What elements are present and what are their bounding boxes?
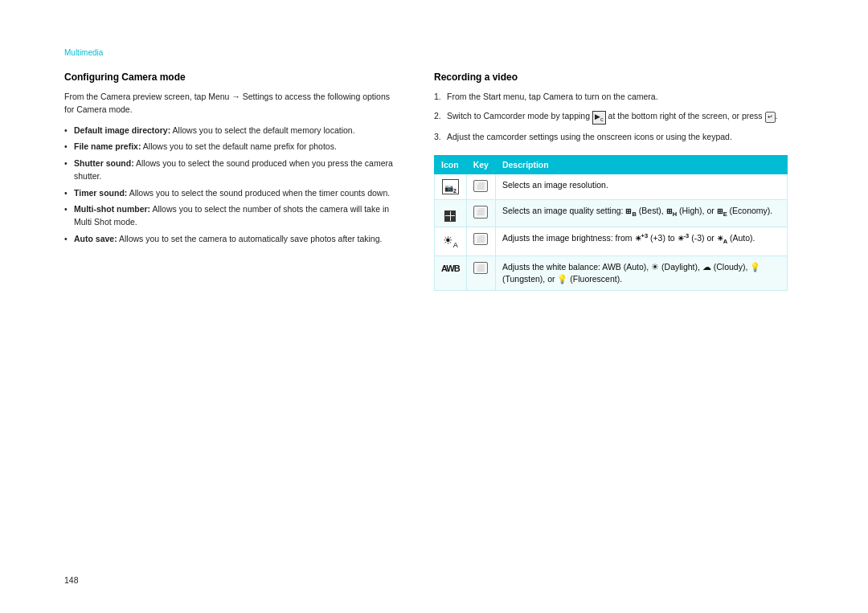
table-cell-key: ⬜	[466, 227, 495, 255]
list-item: Shutter sound: Allows you to select the …	[64, 157, 402, 183]
content-area: Configuring Camera mode From the Camera …	[64, 72, 804, 581]
list-item: Multi-shot number: Allows you to select …	[64, 203, 402, 229]
table-cell-key: ⬜	[466, 255, 495, 290]
table-row: AWB ⬜ Adjusts the white balance: AWB (Au…	[435, 255, 788, 290]
table-cell-desc: Selects an image resolution.	[495, 174, 787, 200]
left-column: Configuring Camera mode From the Camera …	[64, 72, 402, 581]
table-cell-desc: Adjusts the white balance: AWB (Auto), ☀…	[495, 255, 787, 290]
table-row: ⬜ Selects an image quality setting: ⊞B (…	[435, 200, 788, 227]
page-container: Multimedia Configuring Camera mode From …	[0, 0, 868, 613]
breadcrumb: Multimedia	[64, 48, 804, 57]
list-item: 3. Adjust the camcorder settings using t…	[434, 131, 788, 144]
list-item: Default image directory: Allows you to s…	[64, 125, 402, 137]
col-description: Description	[495, 155, 787, 174]
left-intro: From the Camera preview screen, tap Menu…	[64, 91, 402, 116]
list-item: File name prefix: Allows you to set the …	[64, 141, 402, 153]
list-item: 1. From the Start menu, tap Camera to tu…	[434, 91, 788, 104]
table-row: 📷2 ⬜ Selects an image resolution.	[435, 174, 788, 200]
bullet-list: Default image directory: Allows you to s…	[64, 125, 402, 246]
left-section-title: Configuring Camera mode	[64, 72, 402, 83]
right-section-title: Recording a video	[434, 72, 788, 83]
col-icon: Icon	[435, 155, 467, 174]
list-item: Auto save: Allows you to set the camera …	[64, 233, 402, 246]
numbered-list: 1. From the Start menu, tap Camera to tu…	[434, 91, 788, 144]
table-cell-icon: ☀A	[435, 227, 467, 255]
table-cell-key: ⬜	[466, 200, 495, 227]
list-item: 2. Switch to Camcorder mode by tapping ▶…	[434, 110, 788, 125]
col-key: Key	[466, 155, 495, 174]
table-cell-desc: Selects an image quality setting: ⊞B (Be…	[495, 200, 787, 227]
settings-table: Icon Key Description 📷2 ⬜	[434, 155, 788, 292]
list-item: Timer sound: Allows you to select the so…	[64, 187, 402, 200]
page-number: 148	[64, 575, 79, 585]
right-column: Recording a video 1. From the Start menu…	[434, 72, 788, 581]
table-cell-icon	[435, 200, 467, 227]
table-cell-desc: Adjusts the image brightness: from ☀+3 (…	[495, 227, 787, 255]
table-cell-key: ⬜	[466, 174, 495, 200]
table-cell-icon: 📷2	[435, 174, 467, 200]
table-cell-icon: AWB	[435, 255, 467, 290]
table-header-row: Icon Key Description	[435, 155, 788, 174]
table-row: ☀A ⬜ Adjusts the image brightness: from …	[435, 227, 788, 255]
